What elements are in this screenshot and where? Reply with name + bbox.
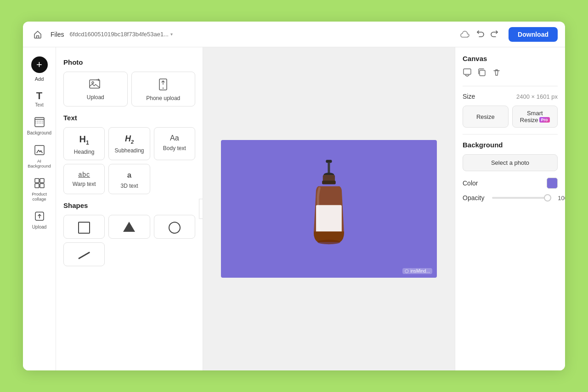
svg-point-11 (92, 82, 94, 84)
delete-icon[interactable] (492, 68, 501, 79)
sidebar-item-upload[interactable]: Upload (26, 207, 53, 233)
shapes-grid (63, 215, 195, 266)
text-section-title: Text (63, 114, 195, 122)
heading-icon: H1 (79, 134, 89, 146)
text-icon: T (36, 91, 42, 101)
watermark-logo: ⬡ insMind... (402, 268, 432, 274)
circle-shape-icon (169, 222, 181, 234)
svg-rect-21 (464, 69, 471, 74)
upload-icon (34, 211, 45, 223)
line-shape-icon (78, 249, 90, 261)
phone-upload-icon (158, 78, 168, 92)
sidebar-item-text[interactable]: T Text (26, 87, 53, 111)
heading-card[interactable]: H1 Heading (63, 127, 105, 160)
filename-display[interactable]: 6fdcd160051019bc18f73b4fe53ae1... ▾ (70, 31, 173, 38)
upload-photo-card[interactable]: Upload (63, 72, 128, 106)
upload-photo-icon (89, 78, 102, 91)
svg-rect-14 (326, 160, 332, 163)
sidebar-item-text-label: Text (35, 102, 43, 107)
body-text-icon: Aa (170, 134, 179, 142)
warp-text-icon: abc (78, 171, 90, 178)
shape-line-card[interactable] (63, 242, 105, 266)
shape-triangle-card[interactable] (108, 215, 150, 239)
3d-text-label: 3D text (120, 183, 138, 189)
color-row: Color (463, 178, 558, 189)
upload-photo-label: Upload (87, 94, 104, 101)
size-row: Size 2400 × 1601 px (463, 93, 558, 100)
resize-button[interactable]: Resize (463, 106, 509, 128)
svg-rect-19 (316, 205, 342, 234)
sidebar-item-background-label: Background (27, 130, 51, 135)
sidebar-item-upload-label: Upload (32, 224, 47, 230)
svg-rect-15 (328, 163, 330, 174)
product-collage-icon (34, 178, 45, 190)
photo-section-title: Photo (63, 58, 195, 66)
opacity-slider[interactable] (492, 197, 551, 199)
opacity-label: Opacity (463, 194, 488, 202)
svg-rect-8 (40, 184, 44, 188)
3d-text-card[interactable]: a 3D text (108, 164, 150, 194)
cloud-save-icon[interactable] (460, 31, 470, 38)
filename-text: 6fdcd160051019bc18f73b4fe53ae1... (70, 31, 169, 38)
sidebar-item-add-label: Add (35, 76, 44, 82)
canvas-actions (463, 68, 558, 79)
redo-icon[interactable] (490, 28, 499, 40)
warp-text-card[interactable]: abc Warp text (63, 164, 105, 194)
color-swatch[interactable] (547, 178, 558, 189)
svg-rect-10 (90, 80, 100, 88)
ai-background-icon (34, 145, 45, 157)
sidebar-item-ai-background-label: AI Background (28, 158, 51, 168)
subheading-card[interactable]: H2 Subheading (108, 127, 150, 160)
svg-rect-4 (35, 146, 44, 155)
download-button[interactable]: Download (509, 27, 558, 42)
home-icon[interactable] (30, 27, 45, 42)
opacity-value: 100 (555, 195, 565, 202)
canvas-title: Canvas (463, 55, 558, 62)
chevron-down-icon: ▾ (170, 32, 173, 37)
phone-upload-card[interactable]: Phone upload (131, 72, 196, 106)
svg-rect-7 (35, 184, 39, 188)
color-label: Color (463, 179, 478, 187)
shape-circle-card[interactable] (154, 215, 195, 239)
body-text-label: Body text (163, 145, 186, 151)
smart-resize-button[interactable]: Smart ResizePro (512, 106, 558, 128)
svg-rect-22 (480, 70, 485, 76)
svg-rect-0 (35, 118, 44, 127)
sidebar-item-product-collage-label: Product collage (28, 191, 51, 202)
text-grid: H1 Heading H2 Subheading Aa Body text ab… (63, 127, 195, 194)
comment-icon[interactable] (463, 68, 472, 79)
svg-rect-18 (322, 180, 336, 184)
size-value: 2400 × 1601 px (516, 93, 558, 100)
square-shape-icon (78, 222, 90, 234)
heading-label: Heading (74, 149, 95, 155)
divider-2 (463, 134, 558, 134)
3d-text-icon: a (127, 171, 131, 180)
shapes-section-title: Shapes (63, 202, 195, 209)
watermark: ⬡ insMind... (402, 268, 432, 274)
sidebar-item-background[interactable]: Background (26, 113, 53, 139)
subheading-label: Subheading (114, 147, 144, 154)
select-photo-button[interactable]: Select a photo (463, 154, 558, 171)
background-icon (34, 117, 45, 129)
sidebar: + Add T Text Background (23, 47, 56, 370)
shape-square-card[interactable] (63, 215, 105, 239)
sidebar-item-add[interactable]: + Add (26, 53, 53, 85)
undo-icon[interactable] (475, 28, 485, 40)
duplicate-icon[interactable] (477, 68, 486, 79)
files-nav[interactable]: Files (51, 31, 64, 38)
canvas-area: ⬡ insMind... (203, 47, 455, 370)
body-text-card[interactable]: Aa Body text (154, 127, 195, 160)
photo-grid: Upload Phone upload (63, 72, 195, 106)
sidebar-item-ai-background[interactable]: AI Background (26, 141, 53, 172)
background-title: Background (463, 141, 558, 149)
size-label: Size (463, 93, 475, 100)
phone-upload-label: Phone upload (146, 95, 180, 101)
elements-panel: Photo Upload (56, 47, 203, 370)
svg-point-20 (317, 240, 340, 244)
svg-rect-5 (35, 179, 39, 183)
panel-collapse-handle[interactable]: ‹ (199, 199, 203, 219)
sidebar-item-product-collage[interactable]: Product collage (26, 174, 53, 205)
canvas-image: ⬡ insMind... (221, 140, 437, 278)
product-bottle-image (295, 156, 363, 262)
warp-text-label: Warp text (73, 181, 96, 187)
